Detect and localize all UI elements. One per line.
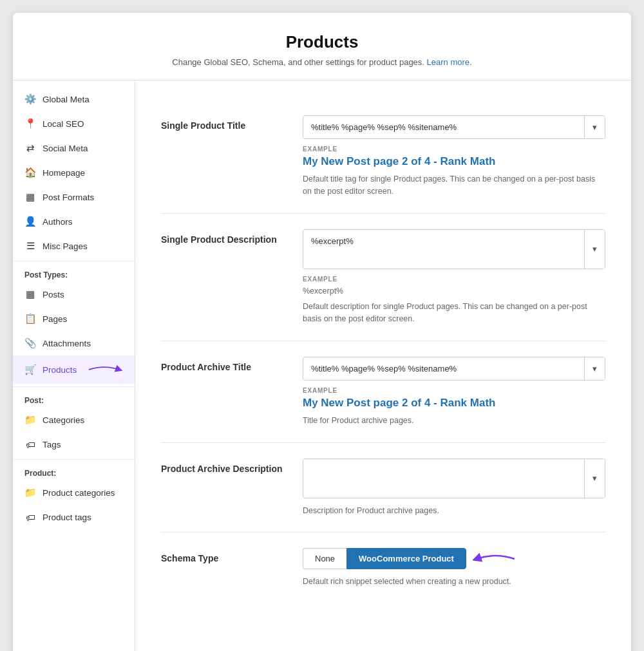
sidebar-item-product-categories[interactable]: 📁 Product categories [13,480,135,505]
product-archive-title-example-label: EXAMPLE [303,387,605,394]
single-product-title-help: Default title tag for single Product pag… [303,173,605,198]
sidebar-item-categories[interactable]: 📁 Categories [13,408,135,432]
product-archive-title-label: Product Archive Title [161,357,290,372]
single-product-description-dropdown-btn[interactable]: ▾ [584,230,605,269]
page-description: Change Global SEO, Schema, and other set… [26,57,618,67]
schema-woocommerce-button[interactable]: WooCommerce Product [346,548,466,569]
app-container: Products Change Global SEO, Schema, and … [13,13,631,651]
single-product-description-field: %excerpt% ▾ EXAMPLE %excerpt% Default de… [303,229,605,325]
schema-type-buttons: None WooCommerce Product [303,548,466,569]
sidebar-item-tags[interactable]: 🏷 Tags [13,432,135,457]
learn-more-link[interactable]: Learn more [427,57,469,67]
page-title: Products [26,32,618,52]
single-product-title-label: Single Product Title [161,115,290,131]
single-product-description-input-wrapper: %excerpt% ▾ [303,229,605,269]
post-label: Post: [13,390,135,408]
single-product-title-example-link[interactable]: My New Post page 2 of 4 - Rank Math [303,155,605,168]
home-icon: 🏠 [24,167,36,178]
product-archive-description-row: Product Archive Description ▾ Descriptio… [161,443,605,533]
pin-icon: 📍 [24,118,36,129]
product-archive-description-dropdown-btn[interactable]: ▾ [584,459,605,498]
product-archive-title-help: Title for Product archive pages. [303,415,605,427]
post-types-label: Post Types: [13,264,135,282]
post-formats-icon: ▦ [24,191,36,203]
product-archive-title-input-wrapper: ▾ [303,357,605,381]
sidebar-divider-product [13,459,135,460]
product-tags-icon: 🏷 [24,511,36,523]
product-archive-title-field: ▾ EXAMPLE My New Post page 2 of 4 - Rank… [303,357,605,427]
single-product-description-example-text: %excerpt% [303,285,605,297]
single-product-description-example-label: EXAMPLE [303,276,605,283]
cart-icon: 🛒 [24,364,36,375]
schema-none-button[interactable]: None [303,548,346,569]
layout: ⚙️ Global Meta 📍 Local SEO ⇄ Social Meta… [13,80,631,651]
posts-icon: ▦ [24,288,36,300]
sidebar-item-products[interactable]: 🛒 Products [13,355,135,384]
schema-type-field: None WooCommerce Product Def [303,548,605,588]
sidebar-item-homepage[interactable]: 🏠 Homepage [13,160,135,185]
single-product-title-input[interactable] [303,116,584,138]
page-header: Products Change Global SEO, Schema, and … [13,13,631,80]
sidebar-divider-post [13,386,135,387]
tags-icon: 🏷 [24,439,36,450]
social-icon: ⇄ [24,142,36,154]
single-product-title-row: Single Product Title ▾ EXAMPLE My New Po… [161,100,605,214]
misc-icon: ☰ [24,240,36,252]
single-product-title-example-label: EXAMPLE [303,146,605,153]
schema-arrow-icon [473,550,518,568]
products-arrow-icon [86,362,123,377]
sidebar-item-posts[interactable]: ▦ Posts [13,282,135,307]
sidebar-item-post-formats[interactable]: ▦ Post Formats [13,185,135,209]
sidebar-item-attachments[interactable]: 📎 Attachments [13,331,135,355]
sidebar: ⚙️ Global Meta 📍 Local SEO ⇄ Social Meta… [13,80,135,651]
main-content: Single Product Title ▾ EXAMPLE My New Po… [135,80,631,651]
single-product-description-label: Single Product Description [161,229,290,245]
product-label: Product: [13,462,135,480]
single-product-title-dropdown-btn[interactable]: ▾ [584,116,605,138]
product-archive-title-example-link[interactable]: My New Post page 2 of 4 - Rank Math [303,397,605,410]
pages-icon: 📋 [24,313,36,325]
sidebar-item-authors[interactable]: 👤 Authors [13,209,135,234]
sidebar-divider-post-types [13,261,135,261]
sidebar-item-misc-pages[interactable]: ☰ Misc Pages [13,234,135,258]
single-product-description-help: Default description for single Product p… [303,301,605,325]
sidebar-item-local-seo[interactable]: 📍 Local SEO [13,111,135,136]
product-categories-icon: 📁 [24,487,36,498]
single-product-description-row: Single Product Description %excerpt% ▾ E… [161,214,605,341]
sidebar-item-pages[interactable]: 📋 Pages [13,307,135,331]
schema-type-row: Schema Type None WooCommerce Product [161,533,605,603]
schema-type-label: Schema Type [161,548,290,563]
single-product-title-field: ▾ EXAMPLE My New Post page 2 of 4 - Rank… [303,115,605,198]
product-archive-description-input[interactable] [303,459,584,498]
single-product-description-input[interactable]: %excerpt% [303,230,584,269]
sidebar-item-social-meta[interactable]: ⇄ Social Meta [13,136,135,160]
categories-icon: 📁 [24,414,36,426]
sidebar-item-product-tags[interactable]: 🏷 Product tags [13,505,135,529]
product-archive-description-help: Description for Product archive pages. [303,505,605,517]
sidebar-item-global-meta[interactable]: ⚙️ Global Meta [13,87,135,111]
schema-type-buttons-wrapper: None WooCommerce Product [303,548,605,569]
product-archive-title-row: Product Archive Title ▾ EXAMPLE My New P… [161,341,605,443]
product-archive-title-input[interactable] [303,357,584,380]
attachments-icon: 📎 [24,337,36,349]
product-archive-title-dropdown-btn[interactable]: ▾ [584,357,605,380]
product-archive-description-input-wrapper: ▾ [303,458,605,498]
product-archive-description-field: ▾ Description for Product archive pages. [303,458,605,517]
schema-type-help: Default rich snippet selected when creat… [303,576,605,588]
product-archive-description-label: Product Archive Description [161,458,290,474]
gear-icon: ⚙️ [24,93,36,105]
single-product-title-input-wrapper: ▾ [303,115,605,139]
authors-icon: 👤 [24,216,36,227]
